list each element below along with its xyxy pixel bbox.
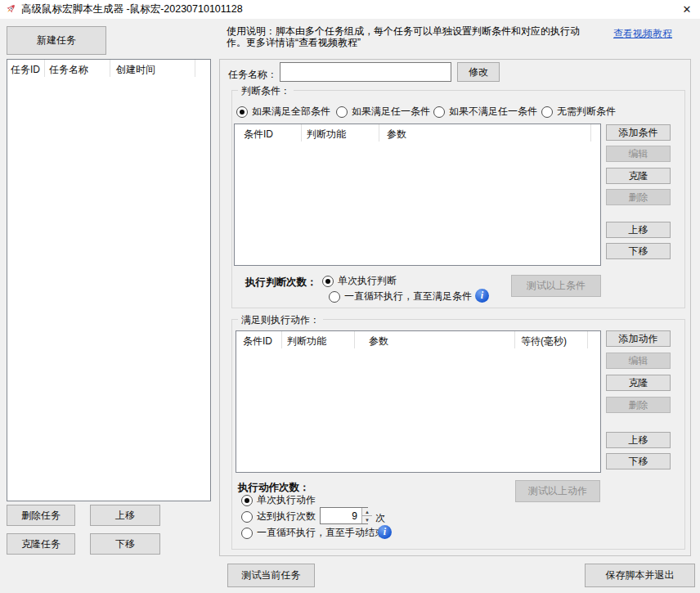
radio-icon <box>241 528 253 539</box>
add-condition-button[interactable]: 添加条件 <box>606 124 671 141</box>
radio-label: 单次执行判断 <box>338 274 397 288</box>
radio-single-judge[interactable]: 单次执行判断 <box>322 275 397 287</box>
radio-match-all-conditions[interactable]: 如果满足全部条件 <box>236 106 330 118</box>
radio-match-any-condition[interactable]: 如果满足任一条件 <box>336 106 430 118</box>
column-header-stub <box>588 331 600 348</box>
add-action-button[interactable]: 添加动作 <box>606 330 671 347</box>
times-suffix-label: 次 <box>375 511 385 525</box>
move-action-down-button[interactable]: 下移 <box>606 453 671 469</box>
column-header-parameters[interactable]: 参数 <box>355 331 515 348</box>
edit-action-button[interactable]: 编辑 <box>606 353 671 369</box>
judge-count-label: 执行判断次数： <box>245 276 317 290</box>
radio-no-condition-needed[interactable]: 无需判断条件 <box>541 106 616 118</box>
conditions-group-label: 判断条件： <box>238 84 294 98</box>
video-tutorial-link[interactable]: 查看视频教程 <box>613 27 672 41</box>
test-conditions-button[interactable]: 测试以上条件 <box>511 275 601 297</box>
conditions-table-header: 条件ID 判断功能 参数 <box>235 124 600 142</box>
spin-up-icon[interactable]: ▲ <box>361 508 372 516</box>
window-title: 高级鼠标宏脚本生成器 -鼠标宏-20230710101128 <box>21 2 243 16</box>
move-action-up-button[interactable]: 上移 <box>606 432 671 448</box>
clone-task-button[interactable]: 克隆任务 <box>7 533 75 555</box>
radio-icon <box>433 106 445 118</box>
new-task-button[interactable]: 新建任务 <box>7 26 106 55</box>
task-name-input[interactable] <box>280 62 451 82</box>
radio-checked-icon <box>322 276 334 287</box>
radio-single-action[interactable]: 单次执行动作 <box>241 494 316 506</box>
radio-icon <box>241 511 253 523</box>
task-list[interactable]: 任务ID 任务名称 创建时间 <box>7 59 211 501</box>
test-current-task-button[interactable]: 测试当前任务 <box>227 564 315 587</box>
radio-label: 达到执行次数 <box>257 510 316 523</box>
save-and-exit-button[interactable]: 保存脚本并退出 <box>585 564 695 587</box>
move-condition-down-button[interactable]: 下移 <box>606 243 671 259</box>
column-header-stub <box>195 60 210 77</box>
radio-checked-icon <box>236 106 248 118</box>
radio-label: 无需判断条件 <box>557 105 616 119</box>
rocket-app-icon <box>4 3 16 16</box>
radio-checked-icon <box>241 495 253 506</box>
radio-icon <box>329 291 340 303</box>
edit-condition-button[interactable]: 编辑 <box>606 146 671 162</box>
task-list-header: 任务ID 任务名称 创建时间 <box>7 60 210 77</box>
radio-icon <box>336 106 348 118</box>
task-name-label: 任务名称： <box>228 68 277 82</box>
radio-label: 如果不满足任一条件 <box>449 105 537 119</box>
usage-instructions: 使用说明：脚本由多个任务组成，每个任务可以单独设置判断条件和对应的执行动作。更多… <box>227 25 596 50</box>
delete-condition-button[interactable]: 删除 <box>606 189 671 205</box>
radio-label: 如果满足全部条件 <box>252 105 330 119</box>
radio-label: 一直循环执行，直至手动结束 <box>257 526 384 540</box>
spin-down-icon[interactable]: ▼ <box>361 516 372 523</box>
repeat-count-input[interactable] <box>321 508 361 523</box>
column-header-condition-id[interactable]: 条件ID <box>235 124 302 142</box>
judge-loop-info-icon[interactable]: i <box>475 289 489 303</box>
move-task-down-button[interactable]: 下移 <box>90 533 160 555</box>
close-icon[interactable]: ✕ <box>679 2 695 16</box>
column-header-created-time[interactable]: 创建时间 <box>110 60 195 77</box>
actions-group-label: 满足则执行动作： <box>238 313 323 327</box>
column-header-judge-function[interactable]: 判断功能 <box>302 124 379 142</box>
column-header-task-id[interactable]: 任务ID <box>7 60 45 77</box>
column-header-wait-ms[interactable]: 等待(毫秒) <box>515 331 588 348</box>
spinner-buttons: ▲ ▼ <box>361 508 372 523</box>
actions-table-header: 条件ID 判断功能 参数 等待(毫秒) <box>236 331 600 348</box>
modify-button[interactable]: 修改 <box>457 62 500 82</box>
title-bar: 高级鼠标宏脚本生成器 -鼠标宏-20230710101128 ✕ <box>0 0 700 19</box>
column-header-judge-function[interactable]: 判断功能 <box>282 331 355 348</box>
column-header-parameters[interactable]: 参数 <box>379 124 591 142</box>
delete-action-button[interactable]: 删除 <box>606 397 671 413</box>
app-window: 高级鼠标宏脚本生成器 -鼠标宏-20230710101128 ✕ 新建任务 任务… <box>0 0 700 593</box>
delete-task-button[interactable]: 删除任务 <box>7 505 75 526</box>
radio-loop-judge[interactable]: 一直循环执行，直至满足条件 <box>329 290 472 303</box>
radio-label: 一直循环执行，直至满足条件 <box>344 290 472 303</box>
radio-loop-action[interactable]: 一直循环执行，直至手动结束 <box>241 527 384 539</box>
clone-action-button[interactable]: 克隆 <box>606 375 671 391</box>
action-loop-info-icon[interactable]: i <box>378 525 392 539</box>
radio-label: 如果满足任一条件 <box>352 105 430 119</box>
clone-condition-button[interactable]: 克隆 <box>606 168 671 184</box>
radio-not-match-any-condition[interactable]: 如果不满足任一条件 <box>433 106 537 118</box>
actions-table[interactable]: 条件ID 判断功能 参数 等待(毫秒) <box>236 330 601 473</box>
conditions-table[interactable]: 条件ID 判断功能 参数 <box>234 124 601 266</box>
radio-repeat-count[interactable]: 达到执行次数 <box>241 510 316 523</box>
radio-icon <box>541 106 553 118</box>
test-actions-button[interactable]: 测试以上动作 <box>515 480 600 502</box>
repeat-count-spinner[interactable]: ▲ ▼ <box>320 507 368 524</box>
column-header-stub <box>591 124 600 142</box>
column-header-task-name[interactable]: 任务名称 <box>45 60 110 77</box>
column-header-condition-id[interactable]: 条件ID <box>236 331 282 348</box>
move-task-up-button[interactable]: 上移 <box>90 505 160 526</box>
radio-label: 单次执行动作 <box>257 493 316 507</box>
move-condition-up-button[interactable]: 上移 <box>606 222 671 238</box>
